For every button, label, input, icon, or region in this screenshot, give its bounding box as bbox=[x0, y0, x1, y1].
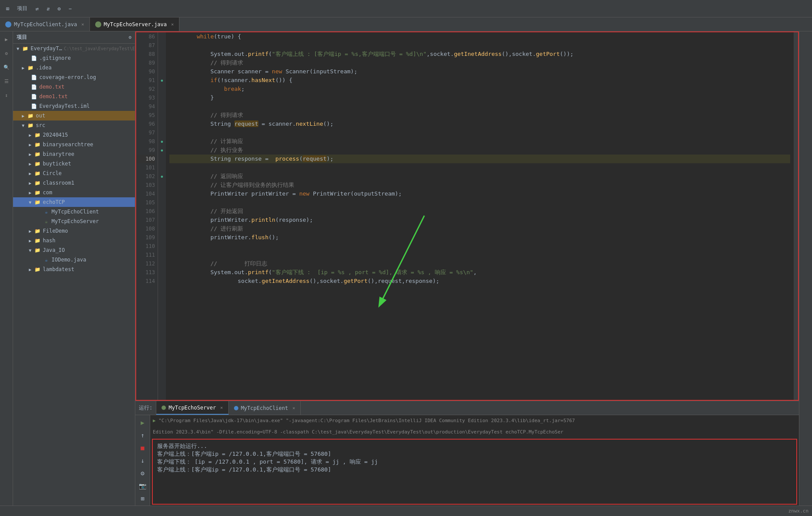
ln-105: 105 bbox=[136, 198, 155, 207]
run-tab-client-close[interactable]: ✕ bbox=[292, 406, 295, 410]
run-tab-client[interactable]: MyTcpEchoClient ✕ bbox=[229, 401, 301, 415]
code-line-100: String response = process(request); bbox=[169, 155, 790, 163]
tree-item-filedemo[interactable]: ▶ 📁 FileDemo bbox=[13, 226, 135, 236]
toolbar-icon-5[interactable]: − bbox=[66, 5, 74, 13]
tree-item-javaio[interactable]: ▼ 📁 Java_IO bbox=[13, 245, 135, 255]
ln-93: 93 bbox=[136, 93, 155, 102]
toolbar-icon-3[interactable]: ⇵ bbox=[44, 5, 52, 13]
run-restart-btn[interactable]: ▶ bbox=[138, 418, 148, 427]
project-title: 项目 bbox=[17, 34, 27, 41]
gm-113 bbox=[158, 268, 166, 277]
tree-item-idea[interactable]: ▶ 📁 .idea bbox=[13, 63, 135, 72]
toolbar-icon-1[interactable]: ⊞ bbox=[3, 5, 12, 13]
code-line-114: socket.getInetAddress(),socket.getPort()… bbox=[169, 277, 790, 286]
gm-93 bbox=[158, 93, 166, 102]
arrow-right: ▶ bbox=[29, 267, 34, 272]
item-label: buyticket bbox=[43, 161, 71, 167]
tab-client-close[interactable]: ✕ bbox=[82, 22, 84, 27]
tree-item-gitignore[interactable]: 📄 .gitignore bbox=[13, 53, 135, 63]
tree-item-coverage[interactable]: 📄 coverage-error.log bbox=[13, 72, 135, 82]
editor-tab-bar: MyTcpEchoClient.java ✕ MyTcpEchoServer.j… bbox=[0, 17, 812, 31]
code-line-102: // 返回响应 bbox=[169, 172, 790, 181]
run-expand-btn[interactable]: ⊞ bbox=[138, 494, 148, 503]
tree-item-client[interactable]: ☕ MyTcpEchoClient bbox=[13, 207, 135, 217]
ln-100: 100 bbox=[136, 155, 155, 163]
ln-97: 97 bbox=[136, 128, 155, 137]
arrow-right: ▶ bbox=[22, 114, 27, 118]
ln-113: 113 bbox=[136, 268, 155, 277]
tree-item-lambda[interactable]: ▶ 📁 lambdatest bbox=[13, 265, 135, 274]
sidebar-icon-1[interactable]: ▶ bbox=[2, 35, 11, 44]
code-line-87 bbox=[169, 41, 790, 50]
run-stop-btn[interactable]: ■ bbox=[138, 443, 148, 452]
sidebar-icon-2[interactable]: ⚙ bbox=[2, 49, 11, 58]
file-icon: 📄 bbox=[31, 84, 38, 90]
code-line-97 bbox=[169, 128, 790, 137]
tree-item-iml[interactable]: 📄 EverydayTest.iml bbox=[13, 101, 135, 111]
tree-item-buyticket[interactable]: ▶ 📁 buyticket bbox=[13, 159, 135, 169]
sidebar-icon-4[interactable]: ☰ bbox=[2, 77, 11, 86]
tree-item-20240415[interactable]: ▶ 📁 20240415 bbox=[13, 130, 135, 140]
ln-107: 107 bbox=[136, 216, 155, 224]
code-line-98: // 计算响应 bbox=[169, 137, 790, 146]
file-icon: 📄 bbox=[31, 55, 38, 61]
tree-item-bt[interactable]: ▶ 📁 binarytree bbox=[13, 149, 135, 159]
run-tab-server-close[interactable]: ✕ bbox=[220, 405, 223, 410]
tree-item-src[interactable]: ▼ 📁 src bbox=[13, 120, 135, 130]
editor-scrollbar[interactable] bbox=[794, 32, 798, 400]
item-label: Circle bbox=[43, 170, 62, 176]
tree-item-demo1[interactable]: 📄 demo1.txt bbox=[13, 92, 135, 101]
toolbar-icon-4[interactable]: ⚙ bbox=[55, 5, 63, 13]
folder-blue-icon: 📁 bbox=[34, 248, 41, 253]
project-tree: ▼ 📁 EverydayTest C:\test_java\EverydayTe… bbox=[13, 44, 135, 506]
ln-87: 87 bbox=[136, 41, 155, 50]
item-label: binarysearchtree bbox=[43, 141, 93, 148]
java-blue-icon: ☕ bbox=[43, 257, 50, 263]
tree-item-echotcp[interactable]: ▼ 📁 echoTCP bbox=[13, 197, 135, 207]
sidebar-icons: ▶ ⚙ 🔍 ☰ ↕ bbox=[0, 31, 13, 506]
run-filter-btn[interactable]: ⚙ bbox=[138, 468, 148, 478]
editor-area: 86 87 88 89 90 91 92 93 94 95 96 97 98 9… bbox=[135, 31, 799, 506]
tree-item-bst[interactable]: ▶ 📁 binarysearchtree bbox=[13, 140, 135, 149]
project-icon-1[interactable]: ⚙ bbox=[128, 34, 131, 40]
code-line-112: // 打印日志 bbox=[169, 259, 790, 268]
item-label: MyTcpEchoClient bbox=[52, 209, 99, 215]
gm-97 bbox=[158, 128, 166, 137]
folder-icon: 📁 bbox=[22, 46, 29, 52]
run-camera-btn[interactable]: 📷 bbox=[138, 481, 148, 490]
tree-item-com[interactable]: ▶ 📁 com bbox=[13, 188, 135, 197]
sidebar-icon-3[interactable]: 🔍 bbox=[2, 63, 11, 72]
tab-server-close[interactable]: ✕ bbox=[171, 22, 174, 27]
run-output-box: 服务器开始运行... 客户端上线：[客户端ip = /127.0.0.1,客户端… bbox=[152, 439, 797, 505]
tab-server[interactable]: MyTcpEchoServer.java ✕ bbox=[90, 17, 180, 31]
tree-item-out[interactable]: ▶ 📁 out bbox=[13, 111, 135, 120]
tree-item-demo[interactable]: 📄 demo.txt bbox=[13, 82, 135, 92]
toolbar-icon-2[interactable]: ⇄ bbox=[33, 5, 41, 13]
tree-item-hash[interactable]: ▶ 📁 hash bbox=[13, 236, 135, 245]
run-tab-server[interactable]: MyTcpEchoServer ✕ bbox=[156, 401, 228, 415]
tree-root[interactable]: ▼ 📁 EverydayTest C:\test_java\EverydayTe… bbox=[13, 44, 135, 53]
code-editor[interactable]: 86 87 88 89 90 91 92 93 94 95 96 97 98 9… bbox=[135, 31, 799, 401]
cmd-line-1: ▶ "C:\Program Files\Java\jdk-17\bin\java… bbox=[150, 415, 799, 427]
item-label: .idea bbox=[36, 65, 52, 71]
gutter-markers: ● ● ● ● bbox=[158, 32, 166, 400]
cmd-arrow-icon: ▶ bbox=[153, 418, 158, 423]
code-line-113: System.out.printf("客户端下线 : [ip = %s , po… bbox=[169, 268, 790, 277]
code-line-99: // 执行业务 bbox=[169, 146, 790, 155]
tree-item-classroom1[interactable]: ▶ 📁 classroom1 bbox=[13, 178, 135, 188]
tab-client[interactable]: MyTcpEchoClient.java ✕ bbox=[0, 17, 90, 31]
ln-106: 106 bbox=[136, 207, 155, 216]
code-content[interactable]: while(true) { System.out.printf("客户端上线 :… bbox=[166, 32, 794, 400]
tree-item-circle[interactable]: ▶ 📁 Circle bbox=[13, 169, 135, 178]
tree-item-iodemo[interactable]: ☕ IODemo.java bbox=[13, 255, 135, 265]
gm-91: ● bbox=[158, 76, 166, 85]
item-label: MyTcpEchoServer bbox=[52, 218, 99, 224]
gm-105 bbox=[158, 198, 166, 207]
item-label: EverydayTest.iml bbox=[39, 103, 90, 109]
sidebar-icon-5[interactable]: ↕ bbox=[2, 91, 11, 100]
tree-item-server[interactable]: ☕ MyTcpEchoServer bbox=[13, 217, 135, 226]
run-up-btn[interactable]: ↑ bbox=[138, 430, 148, 440]
ln-94: 94 bbox=[136, 102, 155, 111]
gm-100 bbox=[158, 155, 166, 163]
run-scroll-btn[interactable]: ↓ bbox=[138, 456, 148, 465]
